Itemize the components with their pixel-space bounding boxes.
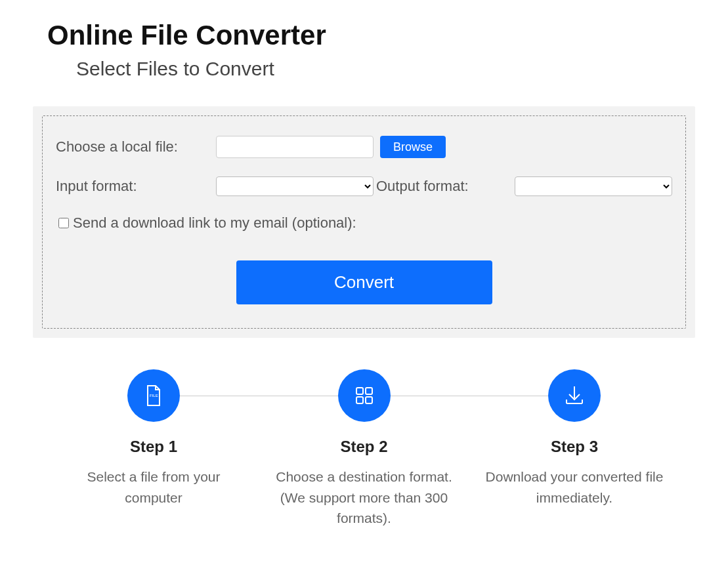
output-format-label: Output format:	[374, 178, 515, 195]
input-format-label: Input format:	[56, 178, 216, 195]
step-desc: Download your converted file immediately…	[482, 466, 666, 508]
step-2: Step 2 Choose a destination format. (We …	[272, 369, 456, 529]
svg-rect-1	[356, 388, 363, 394]
email-link-label: Send a download link to my email (option…	[73, 215, 356, 232]
step-desc: Choose a destination format. (We support…	[272, 466, 456, 529]
step-3: Step 3 Download your converted file imme…	[482, 369, 666, 508]
file-icon: FILE	[127, 369, 180, 422]
page-subtitle: Select Files to Convert	[76, 58, 695, 80]
convert-button[interactable]: Convert	[236, 260, 492, 304]
input-format-select[interactable]	[216, 176, 374, 196]
step-1: FILE Step 1 Select a file from your comp…	[62, 369, 246, 508]
email-link-checkbox[interactable]	[58, 218, 69, 228]
browse-button[interactable]: Browse	[380, 136, 446, 158]
download-icon	[548, 369, 601, 422]
dropzone[interactable]: Choose a local file: Browse Input format…	[42, 115, 686, 329]
svg-rect-2	[366, 388, 372, 394]
file-path-input[interactable]	[216, 136, 374, 158]
steps-section: FILE Step 1 Select a file from your comp…	[33, 369, 695, 529]
upload-panel: Choose a local file: Browse Input format…	[33, 106, 695, 338]
step-desc: Select a file from your computer	[62, 466, 246, 508]
step-title: Step 1	[62, 438, 246, 456]
page-title: Online File Converter	[47, 20, 695, 51]
grid-icon	[338, 369, 391, 422]
step-title: Step 3	[482, 438, 666, 456]
svg-rect-3	[356, 397, 363, 403]
output-format-select[interactable]	[515, 176, 672, 196]
svg-rect-4	[366, 397, 372, 403]
step-title: Step 2	[272, 438, 456, 456]
svg-text:FILE: FILE	[150, 394, 158, 398]
choose-file-label: Choose a local file:	[56, 138, 216, 155]
